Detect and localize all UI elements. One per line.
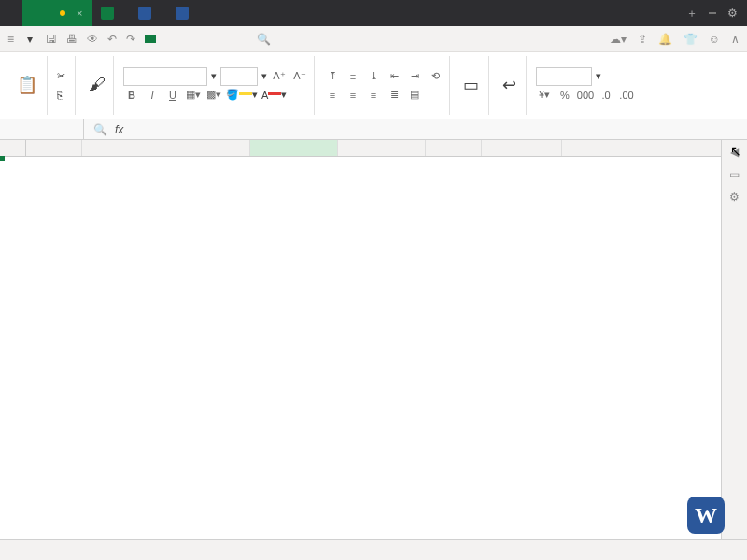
align-middle-icon[interactable]: ≡	[345, 68, 361, 85]
preview-icon[interactable]: 👁	[87, 33, 98, 46]
tab-review[interactable]	[201, 35, 212, 43]
minimize-ribbon-icon[interactable]: ∧	[731, 33, 740, 46]
col-header[interactable]	[250, 140, 338, 156]
document-tab-active[interactable]: ×	[22, 0, 92, 26]
align-top-icon[interactable]: ⤒	[324, 68, 341, 85]
title-bar: × ＋ ⚙	[0, 0, 747, 26]
col-header[interactable]	[482, 140, 562, 156]
select-all-corner[interactable]	[0, 140, 26, 156]
close-icon[interactable]: ×	[77, 7, 82, 19]
skin-icon[interactable]: 👕	[684, 33, 698, 46]
save-icon[interactable]: 🖫	[46, 33, 57, 46]
comma-icon[interactable]: 000	[577, 87, 594, 104]
tab-layout[interactable]	[167, 35, 178, 43]
wps-logo-icon: W	[687, 497, 725, 534]
brush-icon: 🖌	[89, 75, 106, 94]
window-count-badge[interactable]	[709, 12, 716, 14]
chevron-down-icon[interactable]: ▾	[596, 70, 601, 82]
wps-logo-icon[interactable]: ⚙	[727, 7, 738, 20]
formula-input[interactable]	[131, 123, 738, 136]
chevron-down-icon[interactable]: ▾	[261, 70, 267, 82]
align-right-icon[interactable]: ≡	[365, 87, 382, 104]
distribute-icon[interactable]: ▤	[406, 87, 423, 104]
fill-color-button[interactable]: 🪣▾	[226, 89, 258, 101]
quick-access-toolbar: 🖫 🖶 👁 ↶ ↷	[46, 33, 135, 46]
grid[interactable]	[0, 140, 721, 539]
currency-icon[interactable]: ¥▾	[536, 87, 553, 104]
undo-icon[interactable]: ↶	[107, 33, 117, 46]
watermark: W	[687, 497, 732, 534]
copy-icon: ⎘	[57, 90, 63, 101]
col-header[interactable]	[426, 140, 482, 156]
decrease-decimal-icon[interactable]: .0	[598, 87, 614, 104]
spreadsheet-area: ◀ ▭ ⚙	[0, 140, 747, 539]
tab-data[interactable]	[190, 35, 201, 43]
fx-icon[interactable]: fx	[115, 123, 123, 136]
indent-decrease-icon[interactable]: ⇤	[386, 68, 402, 85]
bold-button[interactable]: B	[123, 87, 140, 104]
col-header[interactable]	[26, 140, 82, 156]
align-bottom-icon[interactable]: ⤓	[365, 68, 382, 85]
increase-decimal-icon[interactable]: .00	[618, 87, 635, 104]
search-button[interactable]: 🔍	[257, 33, 275, 46]
sidepanel-settings-icon[interactable]: ⚙	[729, 190, 740, 203]
col-header[interactable]	[162, 140, 250, 156]
wrap-icon: ↩	[502, 75, 516, 95]
number-format-select[interactable]	[536, 67, 592, 86]
justify-icon[interactable]: ≣	[386, 87, 402, 104]
tab-special[interactable]	[234, 35, 246, 43]
notify-icon[interactable]: 🔔	[658, 33, 672, 46]
tab-view[interactable]	[212, 35, 223, 43]
col-header[interactable]	[562, 140, 655, 156]
border-button[interactable]: ▦▾	[185, 87, 202, 104]
feedback-icon[interactable]: ☺	[709, 33, 720, 46]
selection-box	[0, 157, 4, 161]
lookup-icon[interactable]: 🔍	[93, 123, 107, 136]
tab-dev[interactable]	[223, 35, 234, 43]
chevron-down-icon: ▾	[27, 33, 33, 46]
increase-font-icon[interactable]: A⁺	[271, 68, 288, 85]
sidepanel-select-icon[interactable]: ▭	[729, 168, 740, 181]
fill-button[interactable]: ▩▾	[205, 87, 222, 104]
ribbon: 📋 ✂ ⎘ 🖌 ▾ ▾ A⁺ A⁻ B I U ▦▾ ▩▾ 🪣▾ A▾	[0, 52, 747, 119]
format-painter-button[interactable]: 🖌	[85, 73, 109, 98]
font-color-button[interactable]: A▾	[261, 89, 287, 101]
indent-increase-icon[interactable]: ⇥	[406, 68, 423, 85]
col-header[interactable]	[338, 140, 426, 156]
orientation-icon[interactable]: ⟲	[427, 68, 444, 85]
wrap-group: ↩	[493, 56, 527, 115]
percent-icon[interactable]: %	[557, 87, 573, 104]
merge-group: ▭	[454, 56, 489, 115]
file-menu-button[interactable]: ▾	[16, 31, 40, 48]
print-icon[interactable]: 🖶	[66, 33, 78, 46]
decrease-font-icon[interactable]: A⁻	[291, 68, 308, 85]
spreadsheet-icon	[101, 7, 114, 20]
document-tab[interactable]	[92, 0, 129, 26]
tab-home[interactable]	[145, 35, 156, 43]
tab-insert[interactable]	[156, 35, 167, 43]
number-group: ▾ ¥▾ % 000 .0 .00	[530, 56, 641, 115]
align-center-icon[interactable]: ≡	[345, 87, 361, 104]
align-left-icon[interactable]: ≡	[324, 87, 341, 104]
chevron-down-icon[interactable]: ▾	[211, 70, 217, 82]
new-tab-button[interactable]: ＋	[686, 6, 698, 21]
merge-center-button[interactable]: ▭	[459, 73, 483, 99]
col-header[interactable]	[82, 140, 162, 156]
font-name-select[interactable]	[123, 67, 207, 86]
underline-button[interactable]: U	[164, 87, 181, 104]
name-box[interactable]	[0, 119, 84, 139]
auto-wrap-button[interactable]: ↩	[499, 73, 520, 99]
menu-bar: ≡ ▾ 🖫 🖶 👁 ↶ ↷ 🔍 ☁▾ ⇪ 🔔 👕 ☺ ∧	[0, 26, 747, 52]
menu-icon[interactable]: ≡	[7, 33, 14, 46]
search-icon: 🔍	[257, 33, 271, 46]
document-tab[interactable]	[129, 0, 166, 26]
redo-icon[interactable]: ↷	[126, 33, 135, 46]
italic-button[interactable]: I	[144, 87, 161, 104]
cut-icon: ✂	[57, 70, 65, 82]
share-icon[interactable]: ⇪	[638, 33, 647, 46]
cloud-icon[interactable]: ☁▾	[610, 33, 627, 46]
document-tab[interactable]	[166, 0, 204, 26]
font-size-select[interactable]	[220, 67, 258, 86]
tab-formula[interactable]	[178, 35, 190, 43]
paste-button[interactable]: 📋	[13, 73, 41, 99]
